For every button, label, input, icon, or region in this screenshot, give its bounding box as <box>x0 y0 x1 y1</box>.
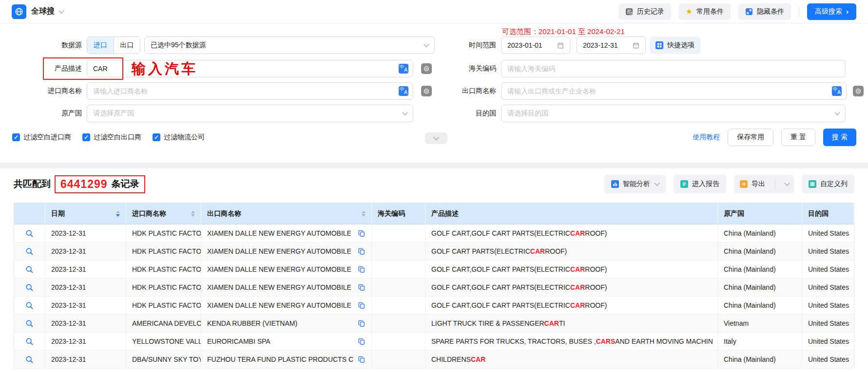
table-row: 2023-12-31HDK PLASTIC FACTORY LXIAMEN DA… <box>14 242 854 260</box>
cell-date: 2023-12-31 <box>45 297 126 314</box>
start-date-input[interactable]: 2023-01-01 <box>501 37 570 54</box>
page: 全球搜 历史记录 ★ 常用条件 隐藏条件 高级搜索 <box>0 0 868 372</box>
sort-icon[interactable] <box>362 211 366 217</box>
sort-desc-icon[interactable] <box>362 214 366 217</box>
copy-icon[interactable] <box>358 320 366 327</box>
star-icon: ★ <box>686 8 693 16</box>
dest-select[interactable]: 请选择目的国 <box>501 105 846 122</box>
row-detail-search-icon[interactable] <box>25 265 34 274</box>
sort-asc-icon[interactable] <box>191 211 195 213</box>
importer-name: HDK PLASTIC FACTORY L <box>132 301 201 309</box>
bi-chart-icon <box>611 180 619 188</box>
app-switch-chevron-down-icon[interactable] <box>58 8 64 13</box>
smart-analysis-button[interactable]: 智能分析 <box>604 175 666 193</box>
sort-icon[interactable] <box>191 211 195 217</box>
copy-icon[interactable] <box>358 230 366 237</box>
search-button[interactable]: 搜 索 <box>823 129 856 146</box>
cell-actions <box>14 315 45 332</box>
datasource-select[interactable]: 已选中95个数据源 <box>144 37 435 54</box>
sort-desc-icon[interactable] <box>116 214 120 217</box>
cell-exporter: XIAMEN DALLE NEW ENERGY AUTOMOBILE <box>201 242 372 260</box>
sort-desc-icon[interactable] <box>191 214 195 217</box>
copy-icon[interactable] <box>358 248 366 255</box>
product-text: GOLF CART PARTS(ELECTRIC <box>431 247 530 255</box>
row-detail-search-icon[interactable] <box>25 301 34 310</box>
copy-icon[interactable] <box>358 302 366 309</box>
copy-icon[interactable] <box>358 356 366 363</box>
translate-icon[interactable]: 中A <box>399 86 408 96</box>
importer-name: AMERICANA DEVELOPME <box>132 319 201 327</box>
translate-icon[interactable]: 中A <box>399 64 408 74</box>
importer-field: 中A <box>87 82 413 100</box>
exporter-input[interactable] <box>501 82 847 100</box>
favorites-button[interactable]: ★ 常用条件 <box>679 3 731 20</box>
copy-icon[interactable] <box>358 266 366 273</box>
row-detail-search-icon[interactable] <box>25 247 34 256</box>
row-detail-search-icon[interactable] <box>25 319 34 328</box>
product-text: TI <box>559 319 565 327</box>
export-dropdown[interactable] <box>779 175 794 193</box>
table-row: 2023-12-31DBA/SUNNY SKY TOYSFUZHOU TERA … <box>14 351 854 369</box>
tab-import[interactable]: 进口 <box>87 37 114 54</box>
results-toolbar: 智能分析 进入报告 导出 <box>604 175 854 193</box>
reset-button[interactable]: 重 置 <box>781 129 815 146</box>
export-button[interactable]: 导出 <box>734 175 794 193</box>
filter-logistics-checkbox[interactable]: ✓ 过滤物流公司 <box>153 133 205 142</box>
translate-icon[interactable]: 中A <box>832 86 842 96</box>
hscode-label: 海关编码 <box>423 64 496 73</box>
sort-icon[interactable] <box>116 211 120 217</box>
cell-date: 2023-12-31 <box>45 351 126 368</box>
quick-options-icon <box>656 41 663 49</box>
tab-export[interactable]: 出口 <box>114 37 140 54</box>
column-label: 产品描述 <box>431 209 459 218</box>
cell-date: 2023-12-31 <box>45 333 126 350</box>
filter-blank-exporter-checkbox[interactable]: ✓ 过滤空白出口商 <box>82 133 141 142</box>
importer-input[interactable] <box>87 82 413 100</box>
export-main[interactable]: 导出 <box>734 175 771 193</box>
cell-product: GOLF CART,GOLF CART PARTS(ELECTRIC CAR R… <box>425 224 718 242</box>
copy-icon[interactable] <box>358 338 366 345</box>
row-detail-search-icon[interactable] <box>25 337 34 346</box>
product-text: GOLF CART,GOLF CART PARTS(ELECTRIC <box>431 283 570 291</box>
row-detail-search-icon[interactable] <box>25 229 34 238</box>
dest-placeholder: 请选择目的国 <box>507 109 548 118</box>
row-detail-search-icon[interactable] <box>25 355 34 364</box>
filter-blank-importer-checkbox[interactable]: ✓ 过滤空白进口商 <box>12 133 71 142</box>
expand-more-filters-button[interactable] <box>425 132 447 144</box>
origin-select[interactable]: 请选择原产国 <box>87 105 413 122</box>
enter-report-button[interactable]: 进入报告 <box>674 175 726 193</box>
save-favorite-button[interactable]: 保存常用 <box>728 129 773 146</box>
header-cell-actions <box>14 203 45 224</box>
cell-origin-country: China (Mainland) <box>718 279 802 296</box>
tutorial-link[interactable]: 使用教程 <box>693 133 720 142</box>
end-date-value: 2023-12-31 <box>583 41 618 49</box>
cell-dest-country: United States <box>802 315 854 332</box>
custom-columns-label: 自定义列 <box>820 180 848 188</box>
sort-asc-icon[interactable] <box>116 211 120 213</box>
chevron-down-icon <box>654 180 659 186</box>
sort-asc-icon[interactable] <box>362 211 366 213</box>
cell-hscode <box>372 315 425 332</box>
history-button[interactable]: 历史记录 <box>618 3 671 20</box>
product-keyword-highlight: CAR <box>570 265 585 273</box>
quick-options-button[interactable]: 快捷选项 <box>650 37 700 54</box>
column-label: 目的国 <box>808 209 829 218</box>
custom-columns-button[interactable]: 自定义列 <box>802 175 854 193</box>
importer-name: HDK PLASTIC FACTORY L <box>132 283 201 291</box>
hscode-input[interactable] <box>501 60 846 77</box>
cell-actions <box>14 260 45 278</box>
cell-exporter: FUZHOU TERA FUND PLASTIC PRODUCTS C <box>201 351 372 368</box>
collapse-arrows-icon <box>745 8 753 16</box>
copy-icon[interactable] <box>358 284 366 291</box>
end-date-input[interactable]: 2023-12-31 <box>577 37 646 54</box>
history-label: 历史记录 <box>637 7 664 16</box>
datasource-row: 数据源 进口 出口 已选中95个数据源 <box>0 37 435 54</box>
cell-date: 2023-12-31 <box>45 279 126 296</box>
advanced-search-button[interactable]: 高级搜索 › <box>807 3 856 20</box>
row-detail-search-icon[interactable] <box>25 283 34 292</box>
header-cell: 日期 <box>45 203 126 224</box>
hide-conditions-button[interactable]: 隐藏条件 <box>738 3 791 20</box>
match-mode-icon[interactable]: ⊜ <box>853 86 864 96</box>
cell-product: LIGHT TRUCK TIRE & PASSENGER CAR TI <box>425 315 718 332</box>
cell-importer: AMERICANA DEVELOPME <box>126 315 201 332</box>
